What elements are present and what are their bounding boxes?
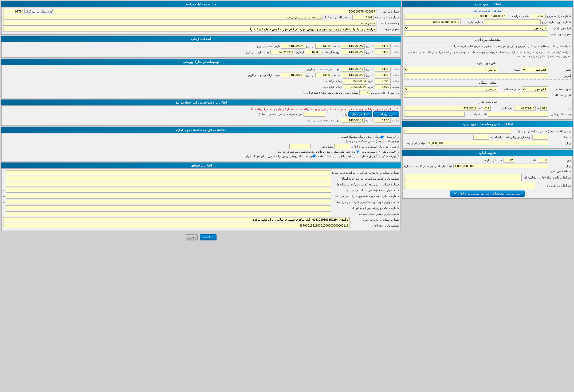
btn-akharin[interactable]: آخرین روزنامه(*)	[373, 111, 399, 117]
select-shahr[interactable]: قائم شهر	[522, 67, 548, 72]
input-shomare-r[interactable]	[54, 9, 376, 14]
label-fish: فیش بانکی	[382, 150, 395, 153]
input-shomare-ejare[interactable]	[404, 19, 461, 24]
radio-input-electroniki[interactable]	[356, 150, 359, 153]
link-joziat-mozayede[interactable]: مشاهده جزئیات مزایده	[473, 9, 501, 12]
select-noe-ejare[interactable]: غیر منقول	[404, 25, 548, 31]
input-mablagh-rial[interactable]	[427, 141, 548, 145]
radio-input-varagh[interactable]	[395, 155, 399, 158]
input-hesab-2[interactable]	[6, 176, 331, 181]
input-hesab-7[interactable]	[6, 205, 331, 210]
input-saat-ta-enteshar[interactable]	[375, 44, 391, 49]
input-ta-tarikh-dar[interactable]	[341, 67, 365, 72]
input-tarikh-elam[interactable]	[343, 84, 367, 89]
input-hesab-4[interactable]	[6, 188, 331, 193]
input-shenase[interactable]	[3, 223, 350, 228]
input-onvan-r[interactable]	[3, 27, 376, 31]
input-saat-ta-asnad[interactable]	[375, 118, 391, 123]
input-hezine[interactable]	[304, 112, 325, 117]
row-hesab-8: شناسه واریز تضمین انجام تعهدات –	[3, 211, 399, 216]
label-mohlat-baz: مهلت بازدید از تاریخ	[235, 50, 269, 54]
input-ta-tarikh-enteshar[interactable]	[341, 44, 365, 49]
input-tarikh-baz[interactable]	[343, 78, 367, 83]
radio-input-taahod-zamanat[interactable]	[333, 155, 336, 158]
input-kod-dastgah[interactable]	[3, 9, 25, 14]
section-mali-title: اطلاعات مالی و مشخصات مورد اجاره	[402, 121, 573, 127]
input-mablagh-sabt-r[interactable]	[289, 144, 311, 149]
sharayat-body: روز ماه مدت کل اجاره ریال قیمت پایه اجار…	[402, 156, 573, 199]
input-saat-baz[interactable]	[375, 78, 391, 83]
input-tel-sabit[interactable]	[404, 106, 478, 111]
input-shomare-moraje-ejare[interactable]	[484, 19, 540, 24]
input-vaziat[interactable]	[3, 21, 376, 26]
radio-taahod-electroniki[interactable]: پرداخت الکترونیکی	[289, 155, 316, 158]
radio-rial[interactable]: ریالی	[374, 135, 384, 138]
input-saat-elam[interactable]	[375, 84, 391, 89]
radio-input-zamanat[interactable]	[376, 150, 380, 153]
input-shomare-moraje-r[interactable]	[352, 15, 374, 20]
input-onvan-ejare[interactable]	[404, 32, 548, 37]
input-hesab-5[interactable]	[6, 194, 331, 199]
input-saat-dar[interactable]	[375, 67, 391, 72]
select-ostan-dastgah[interactable]: مازندران	[404, 86, 498, 92]
radio-input-taahod-electroniki[interactable]	[312, 155, 316, 158]
input-hesab-6[interactable]	[6, 200, 331, 204]
input-shomare-moraje[interactable]	[530, 14, 546, 18]
input-saat-az-enteshar[interactable]	[315, 44, 331, 49]
input-ta-tarikh-arsal[interactable]	[341, 73, 365, 77]
input-mablagh-sabt[interactable]	[532, 135, 548, 140]
radio-input-taahod-fish[interactable]	[352, 155, 355, 158]
input-saat-ta-baz[interactable]	[375, 50, 391, 54]
radio-input-darsad[interactable]	[395, 135, 399, 138]
input-adres[interactable]	[404, 73, 548, 78]
input-tel-hamrah[interactable]	[404, 112, 465, 117]
radio-input-awraq[interactable]	[376, 155, 380, 158]
radio-darsad[interactable]: درصدی	[386, 135, 399, 138]
input-saat-az-baz[interactable]	[305, 50, 321, 54]
input-darsad-r[interactable]	[334, 144, 350, 149]
radio-input-fish[interactable]	[395, 150, 399, 153]
input-gheymat-paye[interactable]	[453, 164, 548, 168]
input-shomare-mozayede[interactable]	[404, 14, 506, 18]
radio-input-rial[interactable]	[380, 135, 384, 138]
radio-electroniki[interactable]: پرداخت الکترونیکی	[333, 150, 359, 153]
input-saat-az-arsal[interactable]	[315, 73, 331, 77]
textarea-sharayat-vizeh[interactable]	[404, 182, 535, 189]
radio-taahod-zamanat[interactable]: ضمانت نامه	[318, 155, 336, 158]
input-darsad[interactable]	[473, 135, 489, 140]
input-rooz[interactable]	[538, 158, 548, 163]
input-noe-pardakht[interactable]	[404, 129, 511, 134]
input-post[interactable]	[488, 112, 548, 117]
btn-asnad-mozayede[interactable]: اسناد مزایده(1)	[348, 111, 372, 117]
input-mohlat-gharardar[interactable]	[359, 90, 370, 95]
input-namabr[interactable]	[514, 106, 536, 111]
btn-cancel[interactable]: خان	[186, 234, 198, 240]
radio-varagh[interactable]: ورقه ملکی	[382, 155, 399, 158]
select-ostan[interactable]: مازندران	[404, 67, 498, 72]
input-adres-dastgah[interactable]	[404, 93, 548, 98]
row-ravesh-arsal: درصدی ریالی روش ارسال پیشنهاد قیمت	[3, 135, 399, 138]
radio-taahod-fish[interactable]: فیش بانکی	[338, 155, 355, 158]
btn-back[interactable]: بازگشت	[200, 234, 217, 240]
input-nam-dastgah[interactable]	[3, 15, 323, 20]
input-drahmad[interactable]	[3, 217, 350, 222]
btn-asnad[interactable]: اسناد پیوستی مشخصات و شرایط عمومی مورد ا…	[450, 191, 525, 197]
textarea-sharayat-pardakht[interactable]	[404, 174, 522, 181]
input-az-tarikh-arsal[interactable]	[281, 73, 305, 77]
input-saat-ta-arsal[interactable]	[375, 73, 391, 77]
select-shahr-dastgah[interactable]: قائم شهر	[522, 86, 548, 92]
input-az-tarikh-baz[interactable]	[270, 50, 294, 54]
input-az-tarikh-enteshar[interactable]	[281, 44, 305, 49]
radio-zamanat[interactable]: ضمانت نامه	[361, 150, 380, 153]
input-hesab-1[interactable]	[6, 170, 331, 175]
input-ta-tarikh-baz[interactable]	[341, 50, 365, 54]
input-hesab-3[interactable]	[6, 182, 331, 187]
input-ta-tarikh-asnad[interactable]	[341, 118, 365, 123]
input-hesab-8[interactable]	[6, 211, 331, 216]
input-kod-namabr[interactable]	[540, 106, 548, 111]
radio-fish[interactable]: فیش بانکی	[382, 150, 399, 153]
radio-awraq[interactable]: اوراق مشارکت	[357, 155, 380, 158]
input-mah[interactable]	[504, 158, 514, 163]
row-onvan-r: عنوان مزایده	[3, 27, 399, 31]
input-kod-sabit[interactable]	[483, 106, 491, 111]
